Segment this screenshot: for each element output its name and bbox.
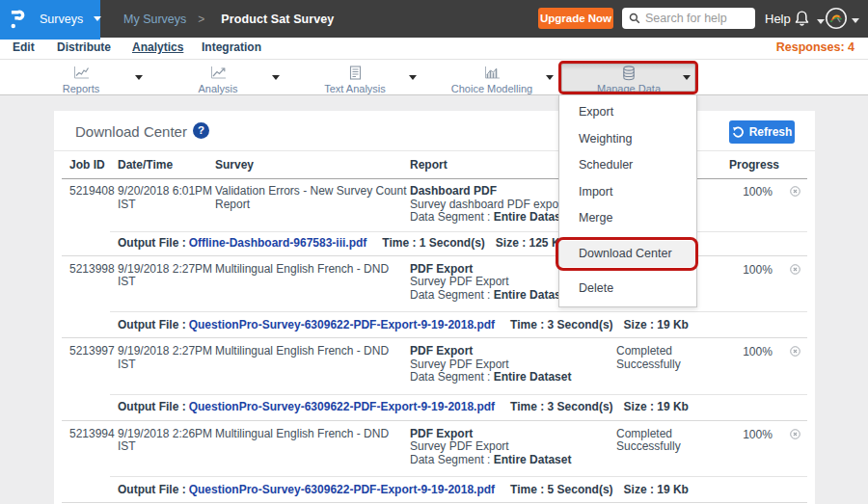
analysis-dropdown-caret[interactable]: [266, 60, 285, 94]
questionpro-logo-icon[interactable]: [11, 9, 25, 30]
top-bar: My Surveys > Product Sat Survey Upgrade …: [0, 0, 868, 38]
cancel-job-icon[interactable]: [790, 186, 800, 197]
account-menu[interactable]: [825, 7, 859, 30]
breadcrumb-separator: >: [198, 13, 204, 26]
job-output-row: Output File :QuestionPro-Survey-6309622-…: [110, 476, 807, 502]
database-icon: [621, 66, 637, 80]
bar-chart-icon: [484, 66, 501, 80]
report-cell: PDF ExportSurvey PDF ExportData Segment …: [410, 428, 616, 467]
notifications-menu[interactable]: [793, 10, 825, 28]
job-time: Time : 3 Second(s): [510, 400, 612, 413]
menu-item-import[interactable]: Import: [559, 179, 696, 206]
output-file-link[interactable]: QuestionPro-Survey-6309622-PDF-Export-9-…: [189, 483, 495, 496]
menu-item-export[interactable]: Export: [559, 99, 696, 126]
job-row: 5213997 9/19/2018 2:27PMIST Multilingual…: [62, 338, 807, 421]
job-row-main: 5213994 9/19/2018 2:26PMIST Multilingual…: [62, 421, 807, 477]
toolbar-group-analysis: Analysis: [170, 60, 307, 94]
job-id-cell: 5213998: [62, 263, 118, 303]
toolbar-group-text-analysis: Text Analysis: [307, 60, 444, 94]
upgrade-now-button[interactable]: Upgrade Now: [538, 8, 613, 29]
job-size: Size : 19 Kb: [624, 483, 689, 496]
survey-cell: Multilingual English French - DND: [214, 263, 410, 303]
search-input[interactable]: [645, 12, 746, 25]
analysis-button[interactable]: Analysis: [170, 60, 266, 94]
header-actions: [779, 165, 807, 166]
menu-item-download-center-label: Download Center: [579, 247, 672, 260]
toolbar-group-choice-modelling: Choice Modelling: [444, 60, 581, 94]
bell-icon: [793, 10, 811, 28]
tab-integration[interactable]: Integration: [202, 37, 261, 60]
job-time: Time : 5 Second(s): [510, 483, 612, 496]
toolbar-group-manage-data: Manage Data: [581, 60, 718, 94]
progress-cell: 100%: [729, 345, 779, 385]
text-analysis-dropdown-caret[interactable]: [403, 60, 422, 94]
manage-data-button[interactable]: Manage Data: [581, 60, 677, 94]
tab-distribute[interactable]: Distribute: [57, 37, 111, 60]
date-cell: 9/19/2018 2:27PMIST: [118, 345, 214, 385]
job-id-cell: 5213994: [62, 428, 118, 467]
output-file-link[interactable]: Offline-Dashboard-967583-iii.pdf: [189, 236, 367, 250]
job-output-row: Output File :QuestionPro-Survey-6309622-…: [110, 311, 807, 337]
actions-cell: [779, 263, 807, 303]
header-job-id: Job ID: [62, 158, 118, 172]
reports-button[interactable]: Reports: [33, 60, 129, 94]
output-file-label: Output File :: [118, 236, 186, 250]
tab-edit[interactable]: Edit: [13, 37, 35, 60]
breadcrumb-my-surveys[interactable]: My Surveys: [123, 13, 186, 26]
report-cell: PDF ExportSurvey PDF ExportData Segment …: [410, 345, 616, 385]
output-file-label: Output File :: [118, 483, 186, 496]
job-time: Time : 3 Second(s): [510, 318, 612, 332]
job-size: Size : 125 Kb: [496, 236, 567, 250]
manage-data-dropdown-caret[interactable]: [677, 60, 696, 94]
line-chart-icon: [73, 66, 90, 80]
date-cell: 9/19/2018 2:26PMIST: [118, 428, 214, 467]
refresh-button[interactable]: Refresh: [729, 120, 795, 144]
text-analysis-button[interactable]: Text Analysis: [307, 60, 403, 94]
tab-analytics[interactable]: Analytics: [132, 37, 183, 60]
job-output-row: Output File :Offline-Dashboard-967583-ii…: [110, 231, 807, 255]
reports-dropdown-caret[interactable]: [129, 60, 149, 94]
help-link[interactable]: Help: [765, 0, 791, 38]
header-date-time: Date/Time: [118, 158, 214, 172]
breadcrumb-current-survey: Product Sat Survey: [221, 13, 334, 26]
panel-header: Download Center ? Refresh: [54, 111, 815, 151]
download-center-panel: Download Center ? Refresh Job ID Date/Ti…: [54, 111, 815, 504]
date-cell: 9/20/2018 6:01PMIST: [118, 185, 214, 225]
menu-item-scheduler[interactable]: Scheduler: [559, 152, 696, 179]
job-id-cell: 5213997: [62, 345, 118, 385]
job-output-row: Output File :QuestionPro-Survey-6309622-…: [110, 394, 807, 420]
cancel-job-icon[interactable]: [790, 429, 800, 439]
survey-cell: Validation Errors - New Survey Count Rep…: [214, 185, 410, 225]
menu-item-weighting[interactable]: Weighting: [559, 126, 696, 153]
text-analysis-label: Text Analysis: [324, 83, 386, 94]
actions-cell: [779, 345, 807, 385]
breadcrumb: My Surveys > Product Sat Survey: [123, 0, 334, 38]
job-row-main: 5213997 9/19/2018 2:27PMIST Multilingual…: [62, 338, 807, 394]
output-file-label: Output File :: [118, 318, 186, 332]
survey-cell: Multilingual English French - DND: [214, 428, 410, 467]
job-id-cell: 5219408: [62, 185, 118, 225]
actions-cell: [779, 428, 807, 467]
title-help-icon[interactable]: ?: [193, 122, 209, 139]
header-progress: Progress: [729, 158, 779, 172]
job-size: Size : 19 Kb: [624, 400, 689, 413]
analytics-toolbar: Reports Analysis Text Analysis Choice Mo…: [0, 60, 868, 95]
trend-chart-icon: [210, 66, 227, 80]
output-file-link[interactable]: QuestionPro-Survey-6309622-PDF-Export-9-…: [189, 400, 495, 413]
choice-modelling-dropdown-caret[interactable]: [540, 60, 559, 94]
surveys-menu[interactable]: Surveys: [40, 0, 101, 38]
menu-item-merge[interactable]: Merge: [559, 205, 696, 232]
progress-cell: 100%: [729, 185, 779, 225]
menu-item-download-center[interactable]: Download Center: [559, 241, 696, 268]
choice-modelling-button[interactable]: Choice Modelling: [444, 60, 540, 94]
cancel-job-icon[interactable]: [790, 264, 800, 275]
analysis-label: Analysis: [199, 83, 238, 94]
actions-cell: [779, 185, 807, 225]
job-row: 5213994 9/19/2018 2:26PMIST Multilingual…: [62, 421, 807, 504]
responses-count[interactable]: Responses: 4: [776, 37, 854, 60]
help-search-box[interactable]: [622, 8, 755, 29]
output-file-link[interactable]: QuestionPro-Survey-6309622-PDF-Export-9-…: [189, 318, 495, 332]
menu-item-delete[interactable]: Delete: [559, 276, 696, 303]
cancel-job-icon[interactable]: [790, 346, 800, 357]
output-file-label: Output File :: [118, 400, 186, 413]
